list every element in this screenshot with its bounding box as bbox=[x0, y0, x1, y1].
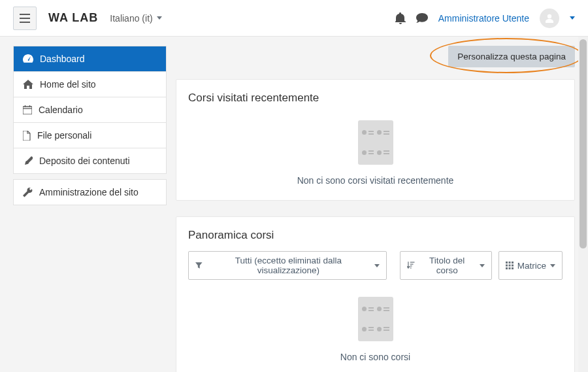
svg-rect-2 bbox=[20, 22, 30, 23]
filter-icon bbox=[195, 262, 203, 269]
overview-empty: Non ci sono corsi bbox=[340, 352, 410, 362]
calendar-icon bbox=[23, 105, 32, 114]
sidebar-item-label: Calendario bbox=[39, 105, 83, 115]
overview-sort-button[interactable]: Titolo del corso bbox=[400, 251, 491, 280]
svg-rect-10 bbox=[512, 262, 514, 263]
svg-rect-4 bbox=[23, 107, 32, 114]
language-select[interactable]: Italiano (it) bbox=[110, 13, 161, 24]
sidebar-item-files[interactable]: File personali bbox=[14, 123, 166, 148]
sidebar-nav: Dashboard Home del sito Calendario File … bbox=[13, 46, 167, 174]
sidebar-item-dashboard[interactable]: Dashboard bbox=[14, 46, 166, 72]
course-overview-card: Panoramica corsi Tutti (eccetto eliminat… bbox=[176, 216, 575, 372]
empty-placeholder-icon bbox=[358, 297, 393, 341]
grid-icon bbox=[506, 262, 514, 269]
user-menu-caret[interactable] bbox=[570, 16, 575, 20]
sidebar-item-calendar[interactable]: Calendario bbox=[14, 97, 166, 123]
overview-filter-button[interactable]: Tutti (eccetto eliminati dalla visualizz… bbox=[188, 251, 387, 280]
sort-icon bbox=[407, 262, 414, 269]
brush-icon bbox=[23, 156, 33, 166]
sidebar-item-label: Dashboard bbox=[40, 54, 85, 64]
filter-sort-label: Titolo del corso bbox=[419, 256, 476, 275]
svg-point-3 bbox=[547, 14, 551, 18]
filter-all-label: Tutti (eccetto eliminati dalla visualizz… bbox=[206, 256, 371, 275]
svg-rect-11 bbox=[506, 265, 508, 267]
tachometer-icon bbox=[23, 54, 33, 63]
sidebar-item-home[interactable]: Home del sito bbox=[14, 72, 166, 97]
bell-icon[interactable] bbox=[395, 12, 406, 24]
avatar[interactable] bbox=[540, 8, 559, 28]
sidebar-item-label: Amministrazione del sito bbox=[39, 187, 139, 197]
sidebar-item-label: Home del sito bbox=[40, 79, 96, 90]
home-icon bbox=[23, 80, 33, 89]
filter-view-label: Matrice bbox=[517, 261, 546, 271]
customize-page-button[interactable]: Personalizza questa pagina bbox=[448, 46, 575, 67]
overview-view-button[interactable]: Matrice bbox=[498, 251, 563, 280]
file-icon bbox=[23, 131, 31, 141]
svg-rect-1 bbox=[20, 18, 30, 19]
svg-rect-13 bbox=[512, 265, 514, 267]
sidebar-item-label: Deposito dei contenuti bbox=[39, 156, 130, 166]
recent-courses-title: Corsi visitati recentemente bbox=[188, 92, 563, 105]
course-overview-title: Panoramica corsi bbox=[188, 229, 563, 242]
sidebar-item-admin[interactable]: Amministrazione del sito bbox=[14, 180, 166, 205]
sidebar-item-contentbank[interactable]: Deposito dei contenuti bbox=[14, 148, 166, 174]
hamburger-icon bbox=[20, 14, 30, 23]
svg-rect-15 bbox=[508, 267, 510, 269]
empty-placeholder-icon bbox=[358, 120, 393, 165]
svg-rect-9 bbox=[508, 262, 510, 263]
svg-rect-8 bbox=[506, 262, 508, 263]
svg-rect-14 bbox=[506, 267, 508, 269]
chevron-down-icon bbox=[374, 264, 380, 267]
chevron-down-icon bbox=[550, 264, 555, 267]
recent-courses-empty: Non ci sono corsi visitati recentemente bbox=[297, 175, 454, 186]
chevron-down-icon bbox=[480, 264, 485, 267]
svg-rect-16 bbox=[512, 267, 514, 269]
user-name-link[interactable]: Amministratore Utente bbox=[438, 13, 529, 24]
user-icon bbox=[544, 12, 555, 24]
chevron-down-icon bbox=[157, 16, 162, 20]
svg-rect-12 bbox=[508, 265, 510, 267]
scrollbar[interactable] bbox=[578, 37, 588, 372]
language-label: Italiano (it) bbox=[110, 13, 152, 24]
wrench-icon bbox=[23, 188, 33, 197]
scrollbar-thumb[interactable] bbox=[580, 39, 587, 248]
recent-courses-card: Corsi visitati recentemente Non ci sono … bbox=[176, 79, 575, 201]
svg-rect-0 bbox=[20, 14, 30, 15]
sidebar-item-label: File personali bbox=[37, 130, 91, 141]
menu-toggle-button[interactable] bbox=[13, 7, 37, 30]
site-brand[interactable]: WA LAB bbox=[48, 11, 98, 25]
chat-icon[interactable] bbox=[416, 13, 428, 24]
